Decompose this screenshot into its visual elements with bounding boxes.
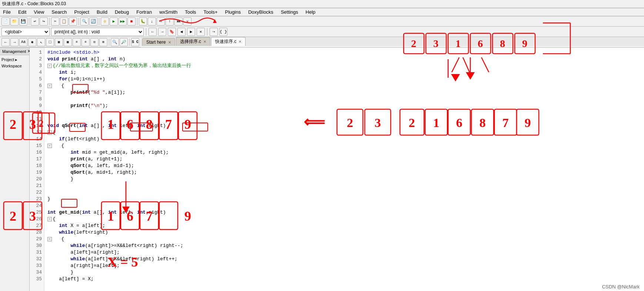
menu-doxyblocks[interactable]: DoxyBlocks xyxy=(247,9,275,15)
menu-edit[interactable]: Edit xyxy=(17,9,28,15)
menu-fortran[interactable]: Fortran xyxy=(135,9,153,15)
btn-next[interactable]: → xyxy=(158,28,166,36)
btn-run[interactable]: ▶ xyxy=(110,17,118,26)
fold-29[interactable]: - xyxy=(47,237,52,241)
menu-wxsmith[interactable]: wxSmith xyxy=(158,9,179,15)
btn-clrbm[interactable]: ✕ xyxy=(197,28,205,36)
btn-debug[interactable]: 🐛 xyxy=(139,17,147,26)
btn-rect[interactable]: □ xyxy=(46,38,54,46)
code-text-2b: a[] , xyxy=(88,56,108,63)
btn-unfold[interactable]: ⊞ xyxy=(99,38,107,46)
btn-match[interactable]: { } xyxy=(219,28,227,36)
tab-quick-close[interactable]: ✕ xyxy=(238,40,241,44)
ln-31: 31 xyxy=(30,249,44,256)
fold-13[interactable]: - xyxy=(47,130,52,135)
btn-col1[interactable]: ▦ xyxy=(55,38,63,46)
code-editor: 1 2 3 4 5 6 7 8 9 10 11 12 13 14 15 16 1… xyxy=(30,48,644,291)
btn-zoom-out[interactable]: 🔎 xyxy=(120,38,128,46)
btn-bookmark[interactable]: 🔖 xyxy=(168,28,176,36)
btn-aa[interactable]: Aa xyxy=(19,38,27,46)
btn-sc[interactable]: S C xyxy=(131,38,139,46)
menu-project[interactable]: Project xyxy=(73,9,91,15)
fold-15[interactable]: - xyxy=(47,144,52,148)
sep-2 xyxy=(49,18,50,25)
btn-save[interactable]: 💾 xyxy=(19,17,27,26)
tab-start-close[interactable]: ✕ xyxy=(168,40,171,44)
fold-26[interactable]: - xyxy=(47,217,52,221)
panel-content: Project ▸ Workspace xyxy=(0,55,29,70)
btn-find[interactable]: 🔍 xyxy=(80,17,89,26)
code-text-27: X = a[left]; xyxy=(68,223,105,229)
btn-stepout[interactable]: ↑ xyxy=(166,17,174,26)
indent-14 xyxy=(47,136,59,143)
menu-tools[interactable]: Tools xyxy=(183,9,197,15)
btn-cut[interactable]: ✂ xyxy=(51,17,59,26)
btn-prev-nav[interactable]: ← xyxy=(1,38,10,46)
btn-zoom-in[interactable]: 🔍 xyxy=(111,38,119,46)
menu-plugins[interactable]: Plugins xyxy=(224,9,243,15)
btn-redo[interactable]: ↪ xyxy=(40,17,48,26)
code-text-20: } xyxy=(70,176,73,183)
btn-col2[interactable]: ▦ xyxy=(64,38,72,46)
btn-build[interactable]: ⚙ xyxy=(101,17,109,26)
btn-paste[interactable]: 📌 xyxy=(69,17,77,26)
ln-27: 27 xyxy=(30,223,44,229)
indent-16 xyxy=(47,149,70,156)
indent-20 xyxy=(47,176,70,183)
menu-build[interactable]: Build xyxy=(95,9,109,15)
code-line-12: void qSort ( int a[] , int left, int rig… xyxy=(47,123,641,129)
tab-select-close[interactable]: ✕ xyxy=(203,40,206,44)
btn-nextbm[interactable]: ▶ xyxy=(187,28,195,36)
btn-new[interactable]: 📄 xyxy=(1,17,10,26)
function-dropdown[interactable]: print(int a[], int n) : void xyxy=(51,28,144,36)
scope-dropdown[interactable]: <global> xyxy=(1,28,50,36)
btn-fold[interactable]: ⊟ xyxy=(90,38,99,46)
tab-start-label: Start here xyxy=(146,40,166,45)
panel-item-workspace[interactable]: Workspace xyxy=(1,63,28,69)
btn-next-nav[interactable]: → xyxy=(10,38,19,46)
btn-jumpto[interactable]: ⇢ xyxy=(210,28,218,36)
menu-view[interactable]: View xyxy=(32,9,46,15)
btn-indent[interactable]: ≡ xyxy=(73,38,81,46)
btn-cursor[interactable]: ↖ xyxy=(37,38,45,46)
code-line-16: int mid = get_mid(a, left, right); xyxy=(47,149,641,156)
code-line-9: printf ( "\n" ); xyxy=(47,103,641,109)
btn-open[interactable]: 📁 xyxy=(10,17,19,26)
btn-star[interactable]: ✱ xyxy=(28,38,36,46)
menu-help[interactable]: Help xyxy=(304,9,317,15)
menu-toolsplus[interactable]: Tools+ xyxy=(202,9,219,15)
fold-6[interactable]: - xyxy=(47,84,52,88)
btn-undo[interactable]: ↩ xyxy=(31,17,39,26)
indent-32 xyxy=(47,256,70,262)
ln-10: 10 xyxy=(30,109,44,116)
code-text-16: mid = get_mid(a, left, right); xyxy=(79,149,169,156)
title-text: 快速排序.c - Code::Blocks 20.03 xyxy=(2,1,66,7)
panel-tab-management[interactable]: Management ✕ xyxy=(0,48,29,55)
btn-stop[interactable]: ■ xyxy=(127,17,136,26)
tab-quick-sort[interactable]: 快速排序.c ✕ xyxy=(211,37,246,46)
menu-debug[interactable]: Debug xyxy=(113,9,130,15)
btn-stepover[interactable]: → xyxy=(157,17,165,26)
ln-4: 4 xyxy=(30,69,44,76)
menu-search[interactable]: Search xyxy=(50,9,68,15)
menu-settings[interactable]: Settings xyxy=(279,9,300,15)
code-content[interactable]: #include <stdio.h> void print ( int a[] … xyxy=(44,48,644,291)
btn-unindent[interactable]: ≡ xyxy=(81,38,90,46)
menu-file[interactable]: File xyxy=(1,9,12,15)
btn-buildrun[interactable]: ▶▶ xyxy=(119,17,127,26)
code-kw-while-3: while xyxy=(70,256,85,262)
panel-item-project[interactable]: Project ▸ xyxy=(1,57,28,63)
btn-replace[interactable]: 🔄 xyxy=(89,17,97,26)
btn-prev[interactable]: ← xyxy=(149,28,157,36)
tab-select-sort[interactable]: 选择排序.c ✕ xyxy=(176,37,210,46)
code-fn-print: print xyxy=(62,56,76,63)
sep-9 xyxy=(129,39,130,46)
btn-stopdbg[interactable]: ✕ xyxy=(183,17,191,26)
code-line-3: - {//输出数组元素，数字之间以一个空格为界，输出结束后换一行 xyxy=(47,63,641,69)
btn-prevbm[interactable]: ◀ xyxy=(177,28,186,36)
btn-stepin[interactable]: ↓ xyxy=(148,17,156,26)
fold-3[interactable]: - xyxy=(47,64,52,68)
btn-copy[interactable]: 📋 xyxy=(60,17,68,26)
btn-continue[interactable]: ⏭ xyxy=(174,17,183,26)
tab-start-here[interactable]: Start here ✕ xyxy=(142,38,175,46)
